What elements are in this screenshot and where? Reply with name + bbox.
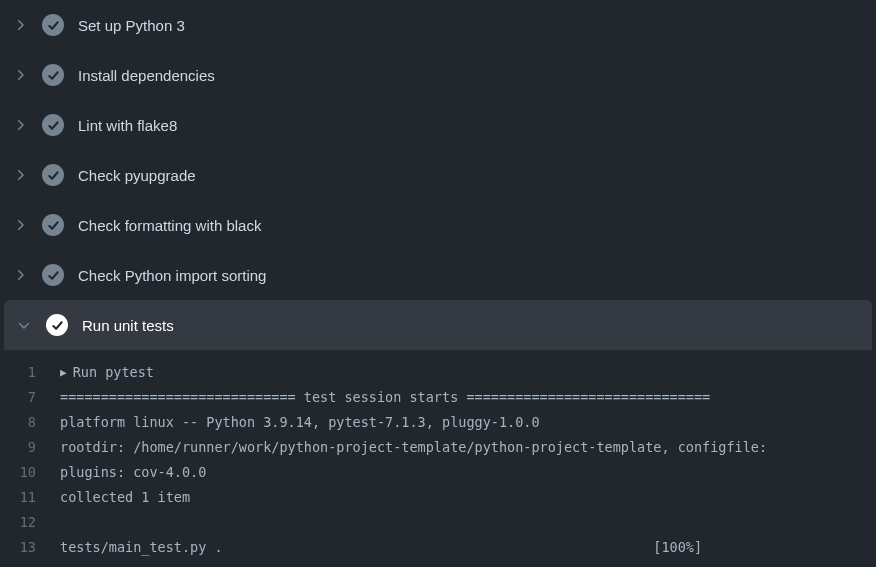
check-circle-icon bbox=[42, 214, 64, 236]
log-line[interactable]: 12 bbox=[0, 510, 876, 535]
chevron-right-icon[interactable] bbox=[12, 217, 28, 233]
chevron-right-icon[interactable] bbox=[12, 17, 28, 33]
check-circle-icon bbox=[46, 314, 68, 336]
expand-triangle-icon[interactable]: ▶ bbox=[60, 360, 67, 385]
log-line[interactable]: 9rootdir: /home/runner/work/python-proje… bbox=[0, 435, 876, 460]
step-title: Install dependencies bbox=[78, 67, 215, 84]
chevron-right-icon[interactable] bbox=[12, 67, 28, 83]
line-number: 10 bbox=[0, 460, 60, 485]
run-command-text: Run pytest bbox=[73, 360, 154, 385]
step-title: Set up Python 3 bbox=[78, 17, 185, 34]
chevron-right-icon[interactable] bbox=[12, 167, 28, 183]
step-row[interactable]: Check Python import sorting bbox=[0, 250, 876, 300]
log-line[interactable]: 7============================= test sess… bbox=[0, 385, 876, 410]
step-title: Run unit tests bbox=[82, 317, 174, 334]
step-row[interactable]: Check pyupgrade bbox=[0, 150, 876, 200]
step-row[interactable]: Check formatting with black bbox=[0, 200, 876, 250]
step-title: Check Python import sorting bbox=[78, 267, 266, 284]
chevron-down-icon[interactable] bbox=[16, 317, 32, 333]
log-line[interactable]: 10plugins: cov-4.0.0 bbox=[0, 460, 876, 485]
step-row[interactable]: Set up Python 3 bbox=[0, 0, 876, 50]
line-content: collected 1 item bbox=[60, 485, 876, 510]
run-command-line[interactable]: ▶ Run pytest bbox=[60, 360, 876, 385]
line-number: 1 bbox=[0, 360, 60, 385]
check-circle-icon bbox=[42, 264, 64, 286]
line-content: rootdir: /home/runner/work/python-projec… bbox=[60, 435, 876, 460]
line-content: ============================= test sessi… bbox=[60, 385, 876, 410]
step-title: Check formatting with black bbox=[78, 217, 261, 234]
line-number: 11 bbox=[0, 485, 60, 510]
log-line[interactable]: 1 ▶ Run pytest bbox=[0, 360, 876, 385]
log-output: 1 ▶ Run pytest 7========================… bbox=[0, 350, 876, 567]
line-content bbox=[60, 510, 876, 535]
line-number: 7 bbox=[0, 385, 60, 410]
step-row[interactable]: Lint with flake8 bbox=[0, 100, 876, 150]
step-row[interactable]: Install dependencies bbox=[0, 50, 876, 100]
line-content: tests/main_test.py . [100%] bbox=[60, 535, 876, 560]
check-circle-icon bbox=[42, 114, 64, 136]
log-line[interactable]: 13tests/main_test.py . [100%] bbox=[0, 535, 876, 560]
log-line[interactable]: 8platform linux -- Python 3.9.14, pytest… bbox=[0, 410, 876, 435]
line-number: 13 bbox=[0, 535, 60, 560]
line-number: 8 bbox=[0, 410, 60, 435]
log-line[interactable]: 11collected 1 item bbox=[0, 485, 876, 510]
line-content: plugins: cov-4.0.0 bbox=[60, 460, 876, 485]
step-title: Check pyupgrade bbox=[78, 167, 196, 184]
step-row[interactable]: Run unit tests bbox=[4, 300, 872, 350]
step-title: Lint with flake8 bbox=[78, 117, 177, 134]
check-circle-icon bbox=[42, 64, 64, 86]
line-number: 9 bbox=[0, 435, 60, 460]
chevron-right-icon[interactable] bbox=[12, 117, 28, 133]
check-circle-icon bbox=[42, 164, 64, 186]
line-content: platform linux -- Python 3.9.14, pytest-… bbox=[60, 410, 876, 435]
line-number: 12 bbox=[0, 510, 60, 535]
chevron-right-icon[interactable] bbox=[12, 267, 28, 283]
check-circle-icon bbox=[42, 14, 64, 36]
